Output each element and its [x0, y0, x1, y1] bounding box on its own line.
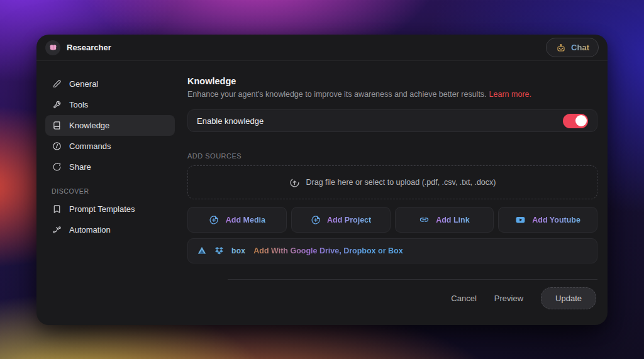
share-icon — [52, 162, 62, 172]
page-title: Knowledge — [187, 76, 597, 86]
subtitle-text: Enhance your agent's knowledge to improv… — [187, 90, 487, 99]
chat-button-label: Chat — [571, 43, 589, 52]
modal-header: Researcher Chat — [36, 35, 608, 61]
add-media-label: Add Media — [226, 216, 265, 224]
page-subtitle: Enhance your agent's knowledge to improv… — [187, 90, 597, 99]
sidebar-item-label: General — [69, 79, 98, 89]
agent-title: Researcher — [67, 43, 111, 52]
bookmark-icon — [52, 204, 62, 214]
dropbox-icon — [214, 246, 225, 257]
toggle-knob — [575, 115, 587, 126]
file-dropzone[interactable]: Drag file here or select to upload (.pdf… — [187, 165, 597, 199]
cloud-import-label: Add With Google Drive, Dropbox or Box — [253, 246, 402, 255]
file-plus-icon — [310, 214, 321, 225]
sidebar: General Tools Knowledge — [36, 61, 182, 325]
sidebar-item-general[interactable]: General — [45, 74, 175, 94]
automation-route-icon — [52, 224, 62, 235]
sidebar-item-label: Commands — [69, 141, 111, 151]
preview-button[interactable]: Preview — [494, 294, 523, 303]
sidebar-item-label: Share — [69, 162, 91, 172]
chat-button[interactable]: Chat — [546, 38, 599, 57]
add-youtube-label: Add Youtube — [532, 216, 580, 224]
add-media-button[interactable]: Add Media — [187, 207, 287, 233]
slash-circle-icon — [52, 141, 62, 152]
add-sources-label: ADD SOURCES — [187, 152, 597, 160]
sidebar-section-discover: DISCOVER — [45, 184, 175, 199]
add-link-label: Add Link — [436, 216, 469, 224]
sidebar-item-commands[interactable]: Commands — [45, 136, 175, 157]
book-icon — [52, 120, 62, 131]
upload-icon — [289, 177, 300, 188]
sidebar-item-label: Knowledge — [69, 121, 109, 130]
add-project-button[interactable]: Add Project — [291, 207, 391, 233]
sidebar-item-tools[interactable]: Tools — [45, 94, 175, 115]
update-button[interactable]: Update — [541, 287, 596, 309]
sidebar-item-knowledge[interactable]: Knowledge — [45, 115, 175, 136]
learn-more-link[interactable]: Learn more. — [489, 90, 531, 99]
box-logo: box — [231, 246, 245, 255]
link-icon — [419, 214, 430, 225]
sidebar-item-label: Automation — [69, 225, 111, 235]
dropzone-text: Drag file here or select to upload (.pdf… — [306, 178, 496, 187]
youtube-icon — [515, 214, 526, 225]
agent-settings-modal: Researcher Chat General — [36, 35, 608, 325]
brain-icon — [48, 43, 58, 52]
sidebar-item-label: Prompt Templates — [69, 204, 135, 214]
add-link-button[interactable]: Add Link — [395, 207, 494, 233]
sidebar-item-share[interactable]: Share — [45, 157, 175, 177]
sidebar-item-automation[interactable]: Automation — [45, 219, 175, 240]
avatar — [45, 40, 60, 55]
cloud-import-row[interactable]: box Add With Google Drive, Dropbox or Bo… — [187, 238, 597, 263]
add-project-label: Add Project — [327, 216, 371, 224]
cancel-button[interactable]: Cancel — [451, 294, 476, 303]
sidebar-item-label: Tools — [69, 100, 88, 109]
wrench-icon — [52, 99, 62, 110]
enable-knowledge-label: Enable knowledge — [197, 116, 264, 126]
pencil-icon — [52, 79, 62, 89]
robot-icon — [555, 42, 566, 53]
sidebar-item-prompt-templates[interactable]: Prompt Templates — [45, 199, 175, 219]
enable-knowledge-toggle[interactable] — [563, 114, 588, 128]
add-source-buttons: Add Media Add Project — [187, 207, 597, 233]
enable-knowledge-card: Enable knowledge — [187, 109, 597, 132]
footer-actions: Cancel Preview Update — [187, 280, 597, 316]
google-drive-icon — [196, 246, 207, 257]
add-youtube-button[interactable]: Add Youtube — [498, 207, 597, 233]
knowledge-panel: Knowledge Enhance your agent's knowledge… — [182, 61, 608, 325]
file-plus-icon — [209, 214, 219, 225]
